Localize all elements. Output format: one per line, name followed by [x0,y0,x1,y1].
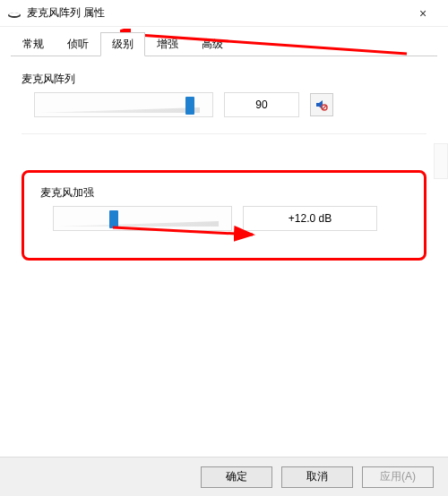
window-title: 麦克风阵列 属性 [27,5,405,21]
boost-slider-thumb[interactable] [109,210,118,228]
boost-row: +12.0 dB [40,206,408,231]
mic-array-label: 麦克风阵列 [22,72,426,87]
dialog-footer: 确定 取消 应用(A) [0,457,448,496]
speaker-icon [314,98,329,112]
tab-enhance[interactable]: 增强 [145,32,190,56]
content-area: 麦克风阵列 90 麦克风加强 +12.0 dB [0,57,448,275]
boost-highlight-box: 麦克风加强 +12.0 dB [22,170,426,261]
mic-array-row: 90 [22,92,426,117]
scrollbar-fragment [434,143,448,179]
apply-button[interactable]: 应用(A) [362,466,434,488]
boost-label: 麦克风加强 [40,185,408,201]
tab-listen[interactable]: 侦听 [56,32,100,56]
mic-array-value: 90 [224,92,299,117]
tab-general[interactable]: 常规 [11,32,56,56]
mic-array-slider-thumb[interactable] [185,97,194,115]
svg-line-3 [323,106,326,109]
boost-slider[interactable] [53,206,232,231]
close-button[interactable]: × [405,0,441,27]
boost-value: +12.0 dB [243,206,377,231]
tab-levels[interactable]: 级别 [100,32,145,56]
mic-array-slider[interactable] [34,92,213,117]
cancel-button[interactable]: 取消 [281,466,353,488]
svg-point-1 [9,13,20,16]
tab-bar: 常规 侦听 级别 增强 高级 [0,27,448,57]
tab-advanced[interactable]: 高级 [190,32,235,56]
ok-button[interactable]: 确定 [201,466,272,488]
title-bar: 麦克风阵列 属性 × [0,0,448,27]
app-icon [7,8,22,19]
balance-button[interactable] [310,93,333,116]
